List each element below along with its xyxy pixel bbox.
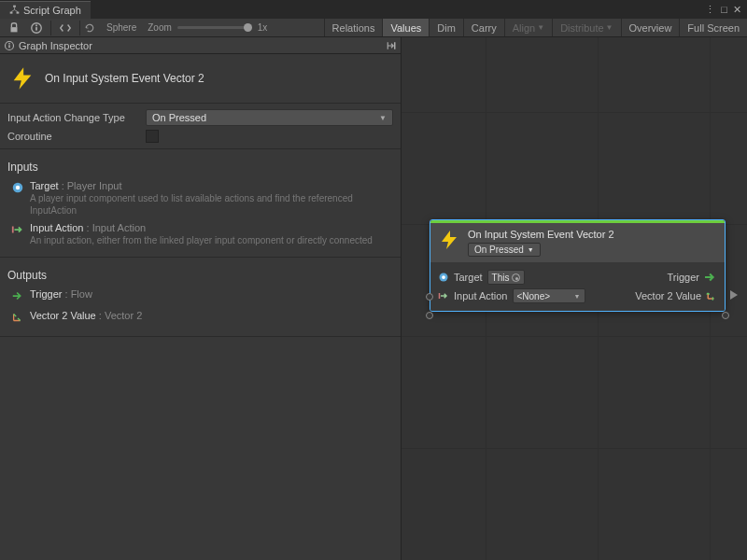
action-port-icon [438,290,449,301]
tab-script-graph[interactable]: Script Graph [0,1,91,19]
svg-rect-0 [13,6,16,7]
zoom-slider[interactable] [177,26,252,29]
svg-rect-6 [35,24,37,26]
menu-icon[interactable]: ⋮ [705,4,715,16]
node-target-label: Target [454,272,483,283]
svg-rect-9 [8,43,10,45]
tab-label: Script Graph [23,5,81,16]
collapse-icon[interactable] [386,40,397,51]
lightning-icon [438,229,460,251]
inspector-header[interactable]: Graph Inspector [0,37,401,54]
lightning-icon [9,65,35,91]
graph-inspector: Graph Inspector On Input System Event Ve… [0,37,402,560]
port-action-in[interactable] [426,312,433,319]
target-port-icon [438,272,449,283]
input-action: Input Action : Input Action An input act… [0,219,401,249]
graph-icon [9,5,20,15]
svg-rect-3 [11,27,18,32]
tab-carry[interactable]: Carry [463,19,504,36]
tab-align[interactable]: Align▼ [504,19,552,36]
graph-node[interactable]: On Input System Event Vector 2 On Presse… [430,219,726,312]
maximize-icon[interactable]: □ [721,4,727,16]
tab-relations[interactable]: Relations [324,19,383,36]
outputs-section: Outputs Trigger : Flow Vector 2 Value : … [0,258,401,336]
svg-point-12 [16,186,20,189]
input-target: Target : Player Input A player input com… [0,177,401,219]
node-trigger-label: Trigger [668,272,699,283]
toolbar: Sphere Zoom 1x Relations Values Dim Carr… [0,19,747,37]
tab-values[interactable]: Values [382,19,429,36]
node-title-row: On Input System Event Vector 2 [0,54,401,103]
prop-coroutine: Coroutine [0,128,401,145]
code-button[interactable] [55,20,76,36]
svg-rect-1 [10,12,13,14]
graph-canvas[interactable]: On Input System Event Vector 2 On Presse… [402,37,747,560]
tab-dim[interactable]: Dim [429,19,463,36]
svg-rect-10 [394,42,396,49]
change-type-dropdown[interactable]: On Pressed▼ [146,109,393,126]
tab-distribute[interactable]: Distribute▼ [552,19,620,36]
vec2-port-icon [706,290,717,301]
svg-point-14 [442,275,445,279]
output-trigger: Trigger : Flow [0,286,401,307]
window-controls: ⋮ □ ✕ [705,4,747,16]
svg-rect-2 [17,12,20,14]
tab-fullscreen[interactable]: Full Screen [679,19,747,36]
port-vec2-out[interactable] [722,312,729,319]
sphere-label: Sphere [101,22,142,33]
prop-change-type: Input Action Change Type On Pressed▼ [0,107,401,128]
svg-rect-8 [8,45,10,48]
node-action-field[interactable]: <None>▼ [513,288,585,303]
tab-overview[interactable]: Overview [621,19,680,36]
port-trigger-out[interactable] [730,290,738,300]
refresh-icon[interactable] [84,22,95,34]
info-button[interactable] [26,20,47,36]
lock-button[interactable] [4,20,24,36]
tab-bar: Script Graph ⋮ □ ✕ [0,0,747,19]
node-action-label: Input Action [454,290,508,301]
zoom-label: Zoom [148,22,172,33]
zoom-value: 1x [258,22,268,33]
inputs-section: Inputs Target : Player Input A player in… [0,149,401,257]
svg-rect-5 [35,27,37,31]
flow-arrow-icon [704,272,717,283]
coroutine-checkbox[interactable] [146,130,159,143]
info-icon [4,40,15,51]
node-vec2-label: Vector 2 Value [635,290,701,301]
port-target-in[interactable] [426,293,433,301]
node-mode-dropdown[interactable]: On Pressed▼ [468,243,541,257]
output-vec2: Vector 2 Value : Vector 2 [0,307,401,329]
close-icon[interactable]: ✕ [733,4,741,16]
node-target-field[interactable]: This [487,270,526,285]
